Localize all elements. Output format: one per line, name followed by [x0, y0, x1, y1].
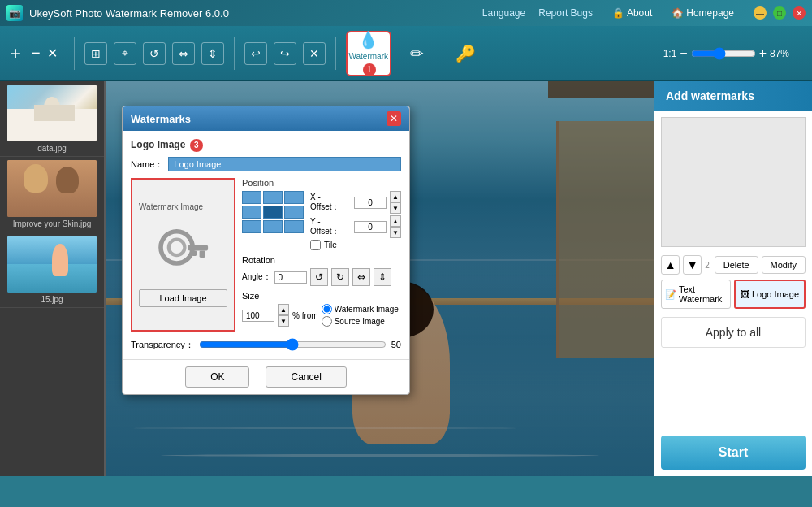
zoom-in-button[interactable]: +	[759, 46, 767, 61]
pos-cell-mc[interactable]	[263, 206, 283, 219]
tab-badge-label: 2	[705, 261, 710, 270]
move-up-button[interactable]: ▲	[661, 255, 680, 275]
size-input[interactable]	[242, 310, 274, 322]
title-bar: 📷 UkeySoft Photo Watermark Remover 6.0.0…	[0, 0, 812, 26]
zoom-percentage: 87%	[770, 48, 802, 59]
pos-cell-mr[interactable]	[284, 206, 304, 219]
watermark-tool-button[interactable]: 💧 Watermark 1	[346, 31, 391, 76]
tile-row: Tile	[310, 240, 401, 250]
file-item[interactable]: data.jpg	[0, 81, 104, 157]
close-button[interactable]: ✕	[793, 6, 806, 20]
dialog-cancel-button[interactable]: Cancel	[266, 366, 346, 388]
watermark-image-radio[interactable]	[322, 304, 332, 314]
pos-cell-bl[interactable]	[242, 220, 261, 233]
load-image-button[interactable]: Load Image	[139, 289, 227, 307]
start-button[interactable]: Start	[661, 436, 806, 470]
modify-watermark-button[interactable]: Modify	[762, 256, 806, 274]
logo-image-icon: 🖼	[741, 289, 749, 299]
dialog-section-label: Logo Image 3	[131, 139, 401, 152]
zoom-reset-label[interactable]: 1:1	[663, 48, 677, 59]
move-down-button[interactable]: ▼	[683, 255, 702, 275]
svg-rect-2	[188, 245, 208, 251]
remove-button[interactable]: −	[31, 44, 41, 63]
pos-cell-bc[interactable]	[263, 220, 283, 233]
file-item[interactable]: 15.jpg	[0, 232, 104, 308]
size-down[interactable]: ▼	[278, 315, 289, 327]
pos-cell-tc[interactable]	[263, 191, 283, 204]
dialog-ok-button[interactable]: OK	[185, 366, 249, 388]
homepage-button[interactable]: 🏠 Homepage	[665, 5, 741, 21]
pos-cell-tr[interactable]	[284, 191, 304, 204]
flip-v-tool[interactable]: ⇕	[201, 42, 224, 65]
flip-h-tool[interactable]: ⇔	[172, 42, 195, 65]
flip-h-btn[interactable]: ⇔	[352, 268, 370, 286]
brush-tool-button[interactable]: ✏	[395, 31, 440, 76]
key-tool-button[interactable]: 🔑	[443, 31, 489, 76]
watermark-controls-row: ▲ ▼ 2 Delete Modify	[654, 254, 812, 276]
y-offset-input[interactable]	[354, 221, 387, 233]
logo-image-tab[interactable]: 🖼 Logo Image	[734, 280, 806, 309]
size-radio-group: Watermark Image Source Image	[322, 304, 399, 327]
tile-label: Tile	[324, 240, 337, 249]
about-button[interactable]: 🔒 About	[606, 5, 659, 21]
file-thumbnail	[7, 160, 97, 217]
delete-watermark-button[interactable]: Delete	[715, 256, 758, 274]
close-x-button[interactable]: ✕	[47, 46, 58, 61]
file-thumbnail	[7, 84, 97, 141]
position-label: Position	[242, 178, 401, 188]
y-offset-up[interactable]: ▲	[390, 215, 401, 227]
text-watermark-tab[interactable]: 📝 Text Watermark	[661, 280, 731, 309]
x-offset-down[interactable]: ▼	[390, 202, 401, 214]
transparency-label: Transparency：	[131, 339, 194, 351]
x-offset-up[interactable]: ▲	[390, 191, 401, 202]
report-bugs-link[interactable]: Report Bugs	[538, 7, 593, 19]
y-offset-down[interactable]: ▼	[390, 227, 401, 238]
source-image-radio[interactable]	[322, 316, 332, 327]
dialog-name-input[interactable]	[168, 157, 401, 171]
svg-point-0	[161, 232, 192, 263]
pos-cell-ml[interactable]	[242, 206, 261, 219]
home-icon: 🏠	[672, 7, 684, 19]
text-watermark-icon: 📝	[665, 289, 676, 300]
rotate-tool[interactable]: ↺	[143, 42, 166, 65]
angle-input[interactable]	[274, 271, 307, 284]
zoom-out-button[interactable]: −	[680, 46, 687, 61]
main-toolbar: + − ✕ ⊞ ⌖ ↺ ⇔ ⇕ ↩ ↪ ✕ 💧 Watermark 1 ✏	[0, 26, 812, 81]
right-sidebar-header: Add watermarks	[654, 81, 812, 110]
transparency-slider[interactable]	[199, 338, 387, 351]
watermarks-dialog: Watermarks ✕ Logo Image 3 Name：	[122, 106, 410, 395]
file-list-sidebar: data.jpg Improve your Skin.jpg 15.jpg	[0, 81, 106, 476]
maximize-button[interactable]: □	[773, 6, 786, 20]
watermark-key-icon	[151, 219, 216, 284]
dialog-title: Watermarks	[131, 113, 191, 125]
apply-to-all-button[interactable]: Apply to all	[661, 317, 806, 348]
pos-cell-tl[interactable]	[242, 191, 261, 204]
rotation-label: Rotation	[242, 255, 401, 265]
y-offset-row: Y - Offset： ▲ ▼	[310, 215, 401, 238]
rotate-ccw-button[interactable]: ↺	[310, 268, 328, 286]
size-up[interactable]: ▲	[278, 304, 289, 315]
pos-cell-br[interactable]	[284, 220, 304, 233]
lock-icon: 🔒	[612, 7, 624, 19]
main-layout: data.jpg Improve your Skin.jpg 15.jpg	[0, 81, 812, 476]
dialog-close-button[interactable]: ✕	[387, 111, 401, 126]
zoom-slider[interactable]	[691, 47, 756, 60]
tile-checkbox[interactable]	[310, 240, 321, 250]
add-button[interactable]: +	[10, 42, 21, 65]
flip-v-btn[interactable]: ⇕	[374, 268, 391, 286]
lasso-tool[interactable]: ⌖	[114, 42, 136, 65]
file-thumbnail	[7, 236, 97, 292]
rotate-cw-button[interactable]: ↻	[331, 268, 349, 286]
crop-tool[interactable]: ⊞	[84, 42, 107, 65]
undo-tool[interactable]: ↩	[244, 42, 267, 65]
zoom-area: 1:1 − + 87%	[663, 46, 802, 61]
x-offset-input[interactable]	[354, 197, 387, 209]
window-controls: — □ ✕	[754, 6, 806, 20]
cancel-tool[interactable]: ✕	[303, 42, 326, 65]
language-link[interactable]: Language	[482, 7, 525, 19]
size-section: Size ▲ ▼ % from	[242, 291, 401, 327]
file-item[interactable]: Improve your Skin.jpg	[0, 157, 104, 232]
redo-tool[interactable]: ↪	[274, 42, 296, 65]
pct-from-label: % from	[292, 311, 318, 320]
minimize-button[interactable]: —	[754, 6, 767, 20]
